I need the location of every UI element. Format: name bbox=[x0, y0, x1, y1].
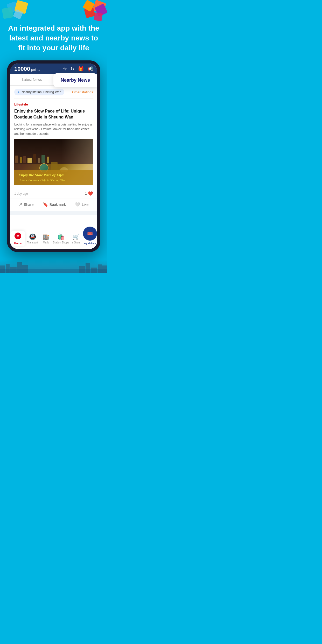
station-name: Nearby station: Sheung Wan bbox=[22, 90, 61, 94]
like-button[interactable]: 🤍 Like bbox=[75, 202, 88, 207]
bookmark-icon: 🔖 bbox=[43, 202, 48, 207]
malls-icon: 🏬 bbox=[43, 234, 50, 240]
points-number: 10000 bbox=[14, 66, 30, 72]
tabs-container: Latest News Nearby News Nearby News bbox=[10, 74, 97, 86]
header-icons: ☆ ↻ 🎁 📢 bbox=[63, 66, 93, 72]
station-shops-label: Station Shops bbox=[53, 241, 69, 244]
time-ago: 1 day ago bbox=[14, 192, 28, 195]
home-label: Home bbox=[14, 242, 22, 245]
hero-section: An integrated app with the latest and ne… bbox=[0, 0, 107, 60]
points-display: 10000 points bbox=[14, 66, 40, 72]
article-footer: 1 day ago 1 ❤️ bbox=[10, 188, 97, 199]
phone-screen: 10000 points ☆ ↻ 🎁 📢 Latest News bbox=[10, 64, 97, 249]
phone-device: 10000 points ☆ ↻ 🎁 📢 Latest News bbox=[7, 60, 100, 252]
nearby-news-popup[interactable]: Nearby News bbox=[53, 73, 97, 87]
my-tickets-icon: 🎟️ bbox=[87, 231, 93, 236]
likes-number: 1 bbox=[85, 192, 87, 195]
article-container: Lifestyle Enjoy the Slow Pace of Life: U… bbox=[10, 99, 97, 188]
like-count: 1 ❤️ bbox=[85, 191, 93, 196]
bottom-nav: M Home 🚇 Transport 🏬 Malls bbox=[10, 229, 97, 249]
hero-text: An integrated app with the latest and ne… bbox=[8, 24, 99, 52]
divider-thick bbox=[10, 211, 97, 213]
location-bar: ➤ Nearby station: Sheung Wan Other stati… bbox=[10, 86, 97, 99]
image-subtitle: Unique Boutique Cafe in Sheung Wan bbox=[18, 178, 89, 182]
action-buttons: ↗ Share 🔖 Bookmark 🤍 Like bbox=[10, 199, 97, 211]
points-label: points bbox=[31, 68, 40, 72]
share-button[interactable]: ↗ Share bbox=[19, 202, 33, 207]
heart-icon[interactable]: ❤️ bbox=[88, 191, 93, 196]
megaphone-icon[interactable]: 📢 bbox=[87, 66, 93, 72]
nav-item-home[interactable]: M Home bbox=[10, 231, 26, 246]
nav-item-transport[interactable]: 🚇 Transport bbox=[26, 234, 39, 244]
article-category: Lifestyle bbox=[14, 102, 93, 106]
like-icon: 🤍 bbox=[75, 202, 80, 207]
malls-label: Malls bbox=[43, 241, 49, 244]
transport-label: Transport bbox=[27, 241, 38, 244]
article-description: Looking for a unique place with a quiet … bbox=[14, 122, 93, 136]
bookmark-button[interactable]: 🔖 Bookmark bbox=[43, 202, 66, 207]
home-icon: M bbox=[15, 233, 21, 241]
cityscape bbox=[0, 257, 107, 273]
share-icon: ↗ bbox=[19, 202, 22, 207]
nav-item-estore[interactable]: 🛒 e-Store bbox=[69, 234, 82, 244]
transport-icon: 🚇 bbox=[29, 234, 36, 240]
estore-label: e-Store bbox=[72, 241, 80, 244]
estore-icon: 🛒 bbox=[73, 234, 80, 240]
station-shops-icon: 🛍️ bbox=[58, 234, 65, 240]
my-tickets-button[interactable]: 🎟️ My Tickets bbox=[83, 227, 97, 245]
nav-item-malls[interactable]: 🏬 Malls bbox=[39, 234, 52, 244]
station-badge[interactable]: ➤ Nearby station: Sheung Wan bbox=[14, 89, 64, 95]
phone-mockup-wrapper: 10000 points ☆ ↻ 🎁 📢 Latest News bbox=[0, 60, 107, 257]
star-icon[interactable]: ☆ bbox=[63, 66, 67, 72]
location-icon: ➤ bbox=[17, 90, 20, 94]
article-image[interactable]: Enjoy the Slow Pace of Life: Unique Bout… bbox=[14, 139, 93, 185]
refresh-icon[interactable]: ↻ bbox=[71, 66, 74, 72]
svg-text:M: M bbox=[17, 234, 19, 238]
app-header: 10000 points ☆ ↻ 🎁 📢 bbox=[10, 64, 97, 74]
image-title: Enjoy the Slow Pace of Life: bbox=[18, 173, 89, 177]
article-image-overlay: Enjoy the Slow Pace of Life: Unique Bout… bbox=[14, 170, 93, 185]
tab-latest-news[interactable]: Latest News bbox=[10, 74, 54, 85]
nav-item-station-shops[interactable]: 🛍️ Station Shops bbox=[53, 234, 69, 244]
gift-icon[interactable]: 🎁 bbox=[78, 66, 84, 72]
other-stations-link[interactable]: Other stations bbox=[72, 90, 93, 94]
my-tickets-label: My Tickets bbox=[84, 242, 96, 245]
article-title[interactable]: Enjoy the Slow Pace of Life: Unique Bout… bbox=[14, 108, 93, 120]
main-content: ➤ Nearby station: Sheung Wan Other stati… bbox=[10, 86, 97, 229]
